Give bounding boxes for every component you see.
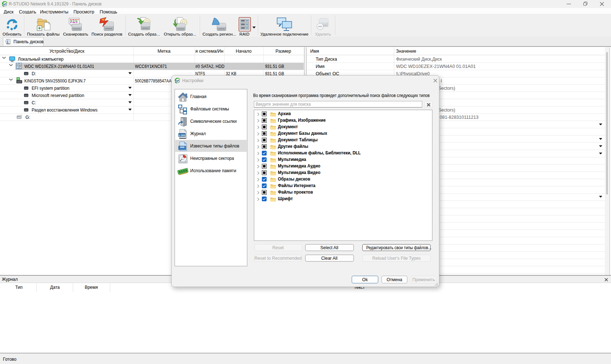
svg-text:***: ***	[180, 146, 184, 150]
svg-text:LOG: LOG	[179, 134, 185, 137]
svg-text:i: i	[7, 40, 8, 44]
